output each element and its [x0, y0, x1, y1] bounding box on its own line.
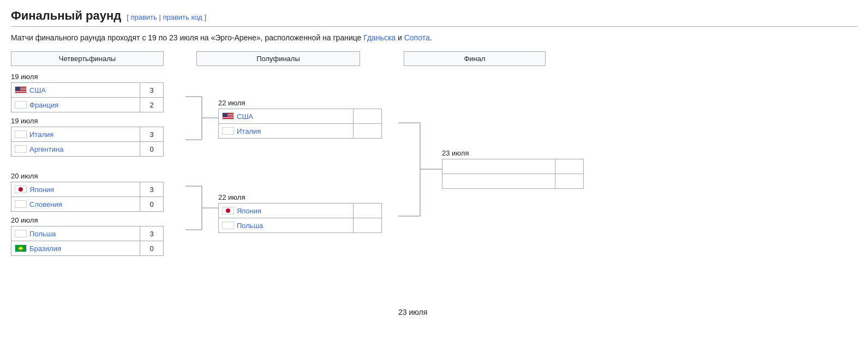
qf-header: Четвертьфиналы	[11, 51, 164, 66]
table-row: США	[219, 109, 382, 124]
qf-column: 19 июля США 3 Франция 2	[11, 73, 185, 256]
table-row: Польша 3	[11, 226, 164, 241]
japan-flag-icon	[222, 207, 234, 214]
description: Матчи финального раунда проходят с 19 по…	[11, 32, 857, 44]
team-link[interactable]: Италия	[15, 130, 136, 139]
sf-header: Полуфиналы	[196, 51, 360, 66]
bottom-date: 23 июля	[11, 308, 857, 317]
qf-date-3: 20 июля	[11, 172, 185, 180]
table-row: Япония	[219, 204, 382, 218]
final-date: 23 июля	[442, 149, 606, 157]
team-link[interactable]: Аргентина	[15, 145, 136, 153]
edit-links: [ править | править код ]	[127, 13, 206, 21]
table-row: Бразилия 0	[11, 241, 164, 256]
connector-sf-final	[398, 73, 442, 303]
poland-flag-icon	[222, 222, 234, 229]
team-link[interactable]: Япония	[222, 207, 350, 215]
score: 0	[140, 142, 164, 157]
score	[555, 174, 584, 189]
team-link[interactable]: США	[15, 86, 136, 94]
round-headers: Четвертьфиналы Полуфиналы Финал	[11, 51, 857, 66]
team-link[interactable]: Польша	[222, 222, 350, 230]
qf-date-4: 20 июля	[11, 216, 185, 224]
usa-flag-icon	[222, 112, 234, 120]
qf-date-1: 19 июля	[11, 73, 185, 81]
france-flag-icon	[15, 101, 27, 109]
page-title: Финальный раунд [ править | править код …	[11, 9, 857, 27]
score: 3	[140, 127, 164, 142]
connector-qf-sf	[185, 73, 218, 303]
table-row	[442, 174, 584, 189]
connector-svg-1	[185, 73, 218, 302]
score	[354, 124, 382, 139]
team-link[interactable]: Италия	[222, 127, 350, 135]
qf-match-3: Япония 3 Словения 0	[11, 182, 164, 212]
italy-flag-icon	[222, 127, 234, 135]
score: 3	[140, 182, 164, 197]
team-link[interactable]: США	[222, 112, 350, 121]
score: 3	[140, 83, 164, 98]
sf-match-1: США Италия	[218, 109, 382, 139]
argentina-flag-icon	[15, 145, 27, 153]
score: 0	[140, 241, 164, 256]
score: 3	[140, 226, 164, 241]
connector-svg-2	[398, 73, 442, 302]
table-row: Италия 3	[11, 127, 164, 142]
sf-column: 22 июля США Италия	[218, 73, 398, 233]
final-column: 23 июля	[442, 73, 606, 189]
italy-flag-icon	[15, 130, 27, 138]
team-link[interactable]: Франция	[15, 101, 136, 109]
edit-link[interactable]: править	[130, 13, 157, 21]
score	[354, 109, 382, 124]
score	[354, 218, 382, 233]
brazil-flag-icon	[15, 244, 27, 252]
team-link[interactable]: Япония	[15, 186, 136, 194]
edit-code-link[interactable]: править код	[163, 13, 202, 21]
team-link[interactable]: Словения	[15, 200, 136, 208]
qf-date-2: 19 июля	[11, 117, 185, 125]
qf-match-4: Польша 3 Бразилия 0	[11, 226, 164, 256]
score	[555, 159, 584, 174]
score: 0	[140, 197, 164, 212]
sf-date-1: 22 июля	[218, 99, 398, 107]
table-row: Франция 2	[11, 98, 164, 112]
qf-match-2: Италия 3 Аргентина 0	[11, 127, 164, 157]
score: 2	[140, 98, 164, 112]
usa-flag-icon	[15, 86, 27, 94]
sf-match-2: Япония Польша	[218, 203, 382, 233]
final-header: Финал	[404, 51, 546, 66]
table-row: Япония 3	[11, 182, 164, 197]
table-row: Словения 0	[11, 197, 164, 212]
final-match	[442, 159, 584, 189]
sf-date-2: 22 июля	[218, 193, 398, 201]
qf-match-1: США 3 Франция 2	[11, 82, 164, 112]
table-row: США 3	[11, 83, 164, 98]
table-row: Польша	[219, 218, 382, 233]
poland-flag-icon	[15, 230, 27, 237]
table-row: Италия	[219, 124, 382, 139]
slovenia-flag-icon	[15, 200, 27, 208]
score	[354, 204, 382, 218]
table-row	[442, 159, 584, 174]
team-link[interactable]: Бразилия	[15, 244, 136, 253]
city1-link[interactable]: Гданьска	[363, 33, 396, 42]
team-link[interactable]: Польша	[15, 230, 136, 238]
japan-flag-icon	[15, 186, 27, 193]
bracket: 19 июля США 3 Франция 2	[11, 73, 857, 303]
city2-link[interactable]: Сопота	[404, 33, 430, 42]
table-row: Аргентина 0	[11, 142, 164, 157]
